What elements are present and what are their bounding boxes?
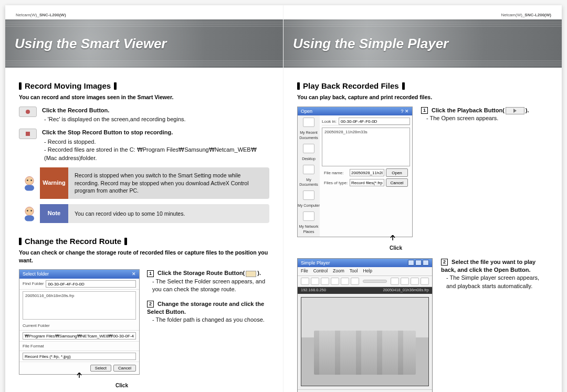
manual-spread: Netcam(W)_SNC-L200(W) Using the Smart Vi… (5, 5, 562, 392)
banner-left-title: Using the Smart Viewer (5, 36, 166, 52)
menu-help[interactable]: Help (363, 268, 372, 274)
find-folder-label: Find Folder (23, 281, 44, 287)
step-line: The Open screen appears. (421, 114, 548, 122)
minimize-icon[interactable] (408, 260, 414, 266)
click-label: Click (19, 382, 140, 389)
callout-warning: Warning Record is stopped when you switc… (19, 167, 269, 199)
svg-rect-5 (25, 216, 34, 221)
player-scrubber[interactable] (363, 280, 387, 283)
running-head-model: SNC-L200(W) (524, 13, 551, 17)
maximize-icon[interactable] (415, 260, 422, 266)
tool-button[interactable] (401, 278, 409, 285)
folder-list[interactable]: 20050116_06h18m39s.frp (23, 291, 136, 320)
step-click-record: Click the Record Button. 'Rec' is displa… (19, 107, 269, 124)
list-item[interactable]: 20050116_06h18m39s.frp (25, 293, 74, 298)
file-format-input[interactable] (23, 353, 136, 360)
close-icon[interactable] (423, 260, 429, 266)
banner-left: Using the Smart Viewer (5, 19, 283, 68)
section-subtitle: You can check or change the storage rout… (19, 249, 269, 264)
player-toolbar[interactable] (298, 276, 432, 287)
folder-icon (303, 118, 314, 127)
callout-label: Note (40, 204, 68, 223)
content-left: Record Moving Images You can record and … (16, 68, 272, 392)
cancel-button[interactable]: Cancel (113, 365, 136, 372)
menu-control[interactable]: Control (313, 268, 328, 274)
step-line: The Select the Folder screen appears, an… (147, 278, 269, 294)
tool-button[interactable] (321, 278, 329, 285)
lookin-label: Look in: (322, 119, 337, 124)
page-right: Netcam(W)_SNC-L200(W) Using the Simple P… (284, 5, 562, 392)
heading-bar-icon (402, 82, 405, 90)
callout-body: Record is stopped when you switch to the… (68, 167, 269, 199)
banner-right-title: Using the Simple Player (284, 36, 448, 52)
mascot-icon (19, 167, 40, 199)
click-arrow-icon (297, 237, 413, 243)
lookin-input[interactable] (339, 118, 410, 125)
section-subtitle: You can play back, capture and print rec… (297, 93, 548, 101)
tool-button[interactable] (311, 278, 319, 285)
heading-bar-icon (297, 82, 300, 90)
tool-button[interactable] (301, 278, 309, 285)
close-icon: ✕ (132, 271, 136, 278)
list-item[interactable]: 20050928_11h28m33s (324, 130, 368, 134)
filetype-input[interactable] (350, 179, 384, 186)
screenshot-select-folder: Select folder ✕ Find Folder 20050116_06h… (19, 269, 140, 391)
places-sidebar[interactable]: My Recent Documents Desktop My Documents… (298, 115, 320, 236)
filename-input[interactable] (350, 169, 384, 176)
folder-icon (303, 144, 314, 153)
storage-route-icon (246, 271, 256, 277)
tool-button[interactable] (421, 278, 429, 285)
tool-button[interactable] (331, 278, 339, 285)
section-record-moving-images: Record Moving Images (19, 80, 269, 91)
current-folder-input[interactable] (23, 332, 136, 340)
tool-button[interactable] (411, 278, 419, 285)
step-line: The folder path is changed as you choose… (147, 316, 269, 324)
menu-zoom[interactable]: Zoom (333, 268, 344, 274)
svg-rect-1 (25, 185, 34, 191)
select-button[interactable]: Select (90, 365, 111, 372)
svg-point-0 (25, 176, 34, 185)
tool-button[interactable] (391, 278, 399, 285)
menu-tool[interactable]: Tool (350, 268, 358, 274)
menu-file[interactable]: File (301, 268, 308, 274)
page-left: Netcam(W)_SNC-L200(W) Using the Smart Vi… (5, 5, 284, 392)
player-menubar[interactable]: File Control Zoom Tool Help (298, 267, 432, 276)
callout-label: Warning (40, 167, 68, 199)
cancel-button[interactable]: Cancel (386, 178, 408, 187)
stop-button-icon (19, 129, 37, 139)
step-lead: Change the storage route and click the S… (147, 301, 264, 315)
step-change-route: 2 Change the storage route and click the… (147, 300, 269, 324)
sidebar-item-label: My Network Places (298, 224, 320, 235)
tool-button[interactable] (351, 278, 359, 285)
click-label: Click (297, 245, 413, 252)
step-line: Record is stopped. (44, 138, 269, 146)
open-button[interactable]: Open (386, 168, 408, 177)
current-folder-label: Current Folder (23, 323, 50, 329)
close-icon: ? ✕ (401, 108, 409, 115)
section-change-record-route: Change the Record Route (19, 236, 269, 247)
heading-bar-icon (124, 238, 127, 245)
step-click-stop: Click the Stop Record Button to stop rec… (19, 129, 269, 162)
screenshot-simple-player: Simple Player File Control Zoom Tool (297, 258, 433, 392)
svg-point-2 (27, 179, 28, 181)
svg-point-7 (30, 210, 32, 211)
row-open-dialog: Open ? ✕ My Recent Documents Desktop My … (297, 107, 548, 254)
file-list[interactable]: 20050928_11h28m33s (322, 128, 410, 166)
record-button-icon (19, 107, 37, 117)
running-head-left: Netcam(W)_SNC-L200(W) (16, 5, 272, 19)
step-storage-route: 1 Click the Storage Route Button(). The … (147, 269, 269, 293)
mascot-icon (19, 204, 40, 223)
folder-icon (303, 165, 314, 174)
player-info-right: 20050418_01h36m08s.frp (383, 288, 429, 293)
sidebar-item-label: My Computer (298, 203, 320, 208)
step-lead: Click the Storage Route Button(). (158, 270, 261, 276)
player-video-area (301, 297, 429, 386)
filetype-label: Files of type: (324, 180, 348, 186)
file-format-label: File Format (23, 343, 44, 349)
find-folder-input[interactable] (46, 280, 136, 288)
row-simple-player: Simple Player File Control Zoom Tool (297, 258, 548, 392)
svg-point-4 (25, 207, 34, 215)
tool-button[interactable] (341, 278, 349, 285)
content-right: Play Back Recorded Files You can play ba… (294, 68, 551, 392)
dialog-title: Select folder (23, 271, 49, 278)
